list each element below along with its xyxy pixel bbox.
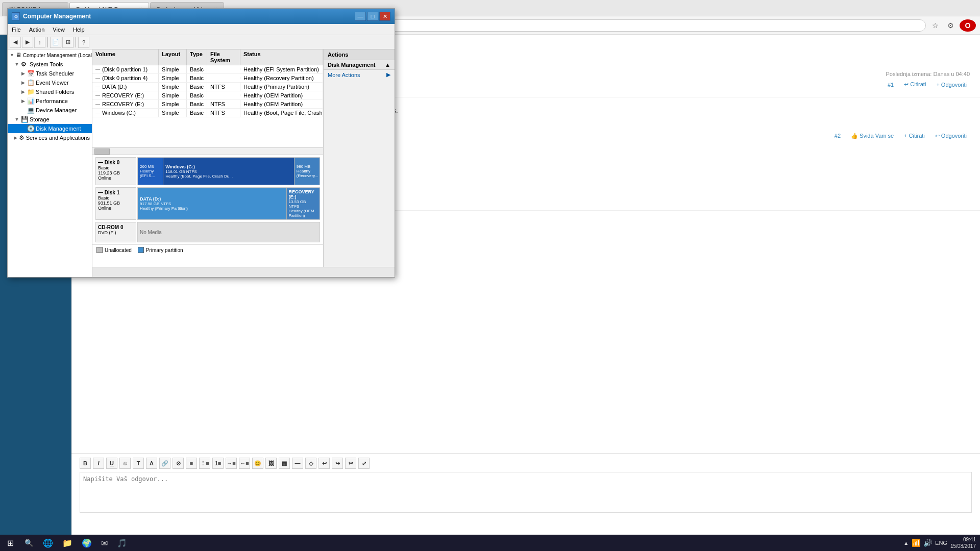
bookmark-button[interactable]: ☆ <box>929 19 941 32</box>
disk-management-section[interactable]: Disk Management ▲ <box>324 60 395 70</box>
disk-0-name: — Disk 0 <box>98 160 134 165</box>
indent-button[interactable]: →≡ <box>226 458 237 469</box>
minimize-button[interactable]: — <box>355 12 366 21</box>
tree-event-viewer[interactable]: ▶ 📋 Event Viewer <box>8 78 92 87</box>
post-1-num[interactable]: #1 <box>885 80 897 89</box>
more-actions-item[interactable]: More Actions ▶ <box>324 70 395 80</box>
cm-window: ⚙ Computer Management — □ ✕ File Action … <box>7 8 395 278</box>
tray-clock[interactable]: 09:41 15/08/2017 <box>950 536 976 549</box>
image-button[interactable]: 🖼 <box>265 458 277 469</box>
hr-button[interactable]: — <box>292 458 303 469</box>
table-hscrollbar[interactable] <box>92 147 323 155</box>
post-1-reply[interactable]: + Odgovoriti <box>933 80 970 89</box>
menu-view[interactable]: View <box>48 26 69 34</box>
extensions-button[interactable]: ⚙ <box>944 19 957 32</box>
scissors-button[interactable]: ✂ <box>345 458 356 469</box>
disk-0-part-1[interactable]: 260 MB Healthy (EFI S... <box>138 158 163 185</box>
tree-root[interactable]: ▼ 🖥 Computer Management (Local <box>8 51 92 60</box>
font-button[interactable]: T <box>133 458 144 469</box>
cell-fs-5: NTFS <box>207 109 240 117</box>
properties-button[interactable]: ⊞ <box>62 37 74 48</box>
tree-device-manager[interactable]: 💻 Device Manager <box>8 106 92 115</box>
taskbar-mail[interactable]: ✉ <box>97 535 112 551</box>
maximize-button[interactable]: □ <box>367 12 378 21</box>
smiley-button[interactable]: ☺ <box>119 458 131 469</box>
disk-0-part-3[interactable]: 980 MB Healthy (Recovery... <box>295 158 320 185</box>
table-row[interactable]: —(Disk 0 partition 1) Simple Basic Healt… <box>92 65 323 74</box>
table-button[interactable]: ▦ <box>279 458 290 469</box>
redo-button[interactable]: ↪ <box>332 458 343 469</box>
cell-status-3: Healthy (OEM Partition) <box>240 91 323 99</box>
taskbar-chrome[interactable]: 🌍 <box>78 535 96 551</box>
disk-0-part-1-status: Healthy (EFI S... <box>140 169 161 178</box>
post-2-like[interactable]: 👍 Svida Vam se <box>848 132 897 140</box>
col-filesystem[interactable]: File System <box>207 49 240 65</box>
col-volume[interactable]: Volume <box>92 49 159 65</box>
taskbar-explorer[interactable]: 📁 <box>58 535 77 551</box>
post-1-cite[interactable]: ↩ Citirati <box>901 80 929 89</box>
close-button[interactable]: ✕ <box>379 12 390 21</box>
up-tool-button[interactable]: ↑ <box>34 37 45 48</box>
lang-label[interactable]: ENG <box>935 540 947 546</box>
taskbar-media[interactable]: 🎵 <box>113 535 131 551</box>
services-apps-label: Services and Applications <box>26 135 90 141</box>
bullet-list-button[interactable]: ⋮≡ <box>199 458 210 469</box>
search-button[interactable]: 🔍 <box>20 537 37 549</box>
cell-layout-3: Simple <box>159 91 187 99</box>
table-row[interactable]: —Windows (C:) Simple Basic NTFS Healthy … <box>92 109 323 117</box>
col-status[interactable]: Status <box>240 49 323 65</box>
legend-unallocated: Unallocated <box>96 247 132 253</box>
align-left-button[interactable]: ≡ <box>186 458 197 469</box>
menu-action[interactable]: Action <box>25 26 49 34</box>
help-tool-button[interactable]: ? <box>78 37 89 48</box>
col-layout[interactable]: Layout <box>159 49 187 65</box>
tree-performance[interactable]: ▶ 📊 Performance <box>8 96 92 106</box>
unlink-button[interactable]: ⊘ <box>173 458 184 469</box>
table-row[interactable]: —DATA (D:) Simple Basic NTFS Healthy (Pr… <box>92 83 323 91</box>
bold-button[interactable]: B <box>80 458 91 469</box>
show-hide-button[interactable]: 📄 <box>50 37 61 48</box>
disk-1-part-1[interactable]: DATA (D:) 917.98 GB NTFS Healthy (Primar… <box>138 188 287 219</box>
outdent-button[interactable]: ←≡ <box>239 458 250 469</box>
tree-disk-management[interactable]: 💽 Disk Management <box>8 124 92 133</box>
cm-main-area: Volume Layout Type File System Status —(… <box>92 49 395 277</box>
underline-button[interactable]: U <box>106 458 117 469</box>
emoji-button[interactable]: 😊 <box>252 458 263 469</box>
cell-type-1: Basic <box>187 74 207 82</box>
hscroll-thumb[interactable] <box>94 148 110 155</box>
cell-type-0: Basic <box>187 65 207 73</box>
undo-button[interactable]: ↩ <box>318 458 330 469</box>
expand-button[interactable]: ⤢ <box>358 458 370 469</box>
menu-help[interactable]: Help <box>69 26 89 34</box>
network-icon: 📶 <box>912 539 920 547</box>
menu-file[interactable]: File <box>8 26 25 34</box>
opera-icon: O <box>960 19 976 32</box>
col-type[interactable]: Type <box>187 49 207 65</box>
font-color-button[interactable]: A <box>146 458 157 469</box>
tree-shared-folders[interactable]: ▶ 📁 Shared Folders <box>8 87 92 96</box>
post-2-num[interactable]: #2 <box>831 132 844 140</box>
tree-task-scheduler[interactable]: ▶ 📅 Task Scheduler <box>8 69 92 78</box>
table-row[interactable]: —RECOVERY (E:) Simple Basic NTFS Healthy… <box>92 100 323 109</box>
disk-0-part-2[interactable]: Windows (C:) 118.01 GB NTFS Healthy (Boo… <box>163 158 295 185</box>
volume-icon[interactable]: 🔊 <box>923 539 932 547</box>
post-2-reply[interactable]: ↩ Odgovoriti <box>932 132 970 140</box>
ordered-list-button[interactable]: 1≡ <box>212 458 224 469</box>
tree-system-tools[interactable]: ▼ ⚙ System Tools <box>8 60 92 69</box>
taskbar-ie[interactable]: 🌐 <box>39 535 57 551</box>
tree-services-apps[interactable]: ▶ ⚙ Services and Applications <box>8 133 92 142</box>
post-2-cite[interactable]: + Citirati <box>901 132 928 140</box>
italic-button[interactable]: I <box>93 458 104 469</box>
disk-1-part-2[interactable]: RECOVERY (E:) 13.53 GB NTFS Healthy (OEM… <box>287 188 320 219</box>
link-button[interactable]: 🔗 <box>159 458 170 469</box>
tray-expand[interactable]: ▲ <box>903 540 909 546</box>
back-tool-button[interactable]: ◀ <box>10 37 21 48</box>
reply-textarea[interactable] <box>80 472 972 513</box>
table-row[interactable]: —RECOVERY (E:) Simple Basic Healthy (OEM… <box>92 91 323 100</box>
tree-storage[interactable]: ▼ 💾 Storage <box>8 115 92 124</box>
source-button[interactable]: ◇ <box>305 458 316 469</box>
forward-tool-button[interactable]: ▶ <box>22 37 33 48</box>
start-button[interactable]: ⊞ <box>0 535 20 551</box>
table-row[interactable]: —(Disk 0 partition 4) Simple Basic Healt… <box>92 74 323 83</box>
cell-status-2: Healthy (Primary Partition) <box>240 83 323 91</box>
